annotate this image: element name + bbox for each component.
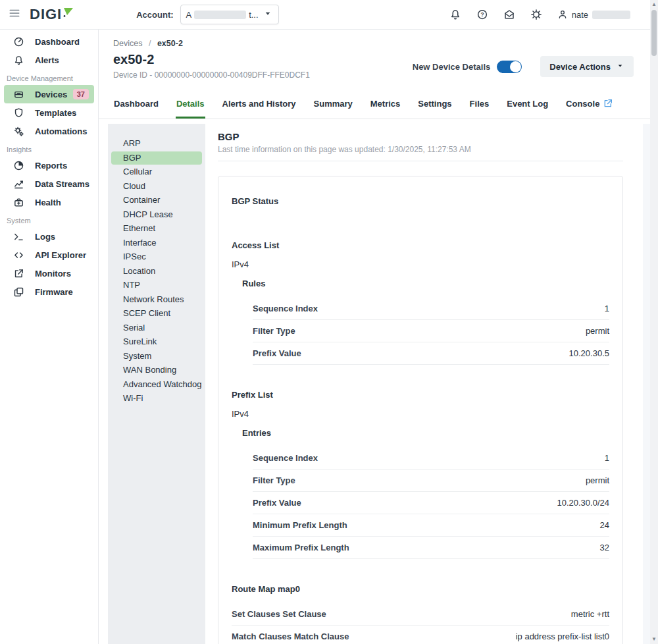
sidebar-item-data-streams[interactable]: Data Streams	[4, 174, 94, 193]
subnav-item-scep-client[interactable]: SCEP Client	[111, 307, 202, 321]
sidebar-section-label: Device Management	[0, 69, 98, 85]
tab-settings[interactable]: Settings	[417, 92, 452, 119]
last-updated-text: Last time information on this page was u…	[218, 145, 623, 161]
subnav-item-wi-fi[interactable]: Wi-Fi	[111, 392, 202, 406]
scrollbar-thumb[interactable]	[651, 10, 657, 56]
bell-icon[interactable]	[449, 9, 461, 20]
sidebar-item-label: Templates	[35, 108, 76, 118]
detail-row: Filter Typepermit	[253, 470, 609, 492]
pane-title: BGP	[218, 131, 623, 142]
tab-summary[interactable]: Summary	[313, 92, 353, 119]
detail-row-label: Match Clauses Match Clause	[232, 631, 349, 641]
subnav-item-interface[interactable]: Interface	[111, 236, 202, 250]
section-heading-prefix-list: Prefix List	[232, 390, 609, 400]
account-value-prefix: A	[186, 10, 192, 20]
subnav-item-location[interactable]: Location	[111, 265, 202, 279]
tab-details[interactable]: Details	[176, 92, 205, 119]
sidebar-item-label: Logs	[35, 232, 55, 242]
tab-label: Alerts and History	[222, 99, 296, 109]
subnav-item-ntp[interactable]: NTP	[111, 279, 202, 292]
sidebar-item-devices[interactable]: Devices37	[4, 85, 94, 103]
breadcrumb: Devices / ex50-2	[99, 30, 650, 48]
sidebar-item-monitors[interactable]: Monitors	[4, 264, 94, 282]
tab-label: Details	[176, 99, 205, 109]
help-icon[interactable]	[476, 9, 488, 20]
scroll-down-arrow[interactable]: ▼	[651, 635, 657, 644]
sidebar-item-templates[interactable]: Templates	[4, 103, 94, 122]
sidebar-item-reports[interactable]: Reports	[4, 156, 94, 174]
detail-row: Sequence Index1	[253, 447, 609, 470]
breadcrumb-devices-link[interactable]: Devices	[113, 39, 142, 48]
sidebar-item-automations[interactable]: Automations	[4, 122, 94, 140]
subnav-item-serial[interactable]: Serial	[111, 321, 202, 335]
subnav-item-network-routes[interactable]: Network Routes	[111, 293, 202, 307]
account-dropdown[interactable]: A t...	[180, 5, 279, 24]
tab-dashboard[interactable]: Dashboard	[113, 92, 159, 119]
device-actions-label: Device Actions	[549, 62, 611, 72]
tab-files[interactable]: Files	[469, 92, 490, 119]
vertical-scrollbar[interactable]: ▲ ▼	[650, 0, 658, 644]
detail-row-value: 1	[605, 304, 609, 313]
tab-event-log[interactable]: Event Log	[506, 92, 549, 119]
sidebar-item-health[interactable]: Health	[4, 193, 94, 211]
detail-row: Sequence Index1	[253, 298, 609, 320]
sidebar-item-api-explorer[interactable]: API Explorer	[4, 246, 94, 264]
subnav-item-arp[interactable]: ARP	[111, 137, 202, 151]
sidebar-item-label: Reports	[35, 161, 67, 171]
sidebar-section-label: System	[0, 211, 98, 227]
external-icon	[13, 268, 24, 279]
section-heading-access-list: Access List	[232, 240, 609, 250]
tab-console[interactable]: Console	[565, 92, 614, 119]
subnav-item-ipsec[interactable]: IPSec	[111, 250, 202, 264]
sidebar-item-logs[interactable]: Logs	[4, 227, 94, 246]
account-value-suffix: t...	[249, 10, 258, 20]
subnav-item-surelink[interactable]: SureLink	[111, 335, 202, 349]
new-device-details-toggle[interactable]	[497, 61, 522, 73]
detail-row-label: Set Clauses Set Clause	[232, 609, 326, 619]
new-device-details-label: New Device Details	[413, 62, 491, 72]
subnav-item-container[interactable]: Container	[111, 194, 202, 207]
user-menu[interactable]: nate	[557, 9, 630, 20]
subnav-item-system[interactable]: System	[111, 350, 202, 363]
subnav-item-advanced-watchdog[interactable]: Advanced Watchdog	[111, 378, 202, 392]
tab-label: Files	[470, 99, 490, 109]
tab-alerts-and-history[interactable]: Alerts and History	[222, 92, 297, 119]
sidebar-item-dashboard[interactable]: Dashboard	[4, 32, 94, 51]
tab-metrics[interactable]: Metrics	[370, 92, 401, 119]
external-link-icon	[603, 98, 613, 109]
logo-text: DIGI	[30, 7, 62, 22]
hamburger-menu-icon[interactable]	[9, 7, 20, 22]
mail-icon[interactable]	[503, 9, 515, 20]
breadcrumb-current: ex50-2	[157, 39, 183, 48]
subnav-item-cloud[interactable]: Cloud	[111, 180, 202, 194]
digi-logo[interactable]: DIGI	[30, 7, 73, 22]
subnav-item-ethernet[interactable]: Ethernet	[111, 222, 202, 236]
detail-subnav: ARPBGPCellularCloudContainerDHCP LeaseEt…	[108, 124, 205, 644]
toggle-knob	[510, 61, 521, 72]
main-area: Devices / ex50-2 ex50-2 Device ID - 0000…	[99, 30, 650, 644]
detail-row-value: 10.20.30.5	[569, 348, 609, 358]
gear-icon[interactable]	[530, 9, 542, 20]
subnav-item-wan-bonding[interactable]: WAN Bonding	[111, 363, 202, 377]
detail-row: Set Clauses Set Clausemetric +rtt	[232, 603, 609, 626]
section-gap	[232, 365, 609, 381]
subnav-item-dhcp-lease[interactable]: DHCP Lease	[111, 208, 202, 222]
tab-label: Console	[566, 99, 599, 109]
tab-label: Summary	[314, 99, 353, 109]
detail-row-label: Minimum Prefix Length	[253, 520, 347, 530]
detail-row: Maximum Prefix Length32	[253, 537, 609, 559]
sidebar-item-label: Devices	[35, 90, 67, 99]
tab-label: Dashboard	[114, 99, 159, 109]
detail-row-label: Sequence Index	[253, 304, 318, 313]
detail-row-value: 10.20.30.0/24	[557, 498, 609, 508]
sidebar-item-label: Alerts	[35, 55, 59, 65]
subnav-item-bgp[interactable]: BGP	[111, 151, 202, 165]
gauge-icon	[13, 36, 24, 47]
scroll-up-arrow[interactable]: ▲	[651, 0, 657, 9]
device-actions-button[interactable]: Device Actions	[540, 56, 634, 77]
person-icon	[557, 9, 568, 20]
sidebar-item-firmware[interactable]: Firmware	[4, 282, 94, 301]
subnav-item-cellular[interactable]: Cellular	[111, 165, 202, 179]
account-label: Account:	[136, 10, 173, 20]
sidebar-item-alerts[interactable]: Alerts	[4, 51, 94, 69]
